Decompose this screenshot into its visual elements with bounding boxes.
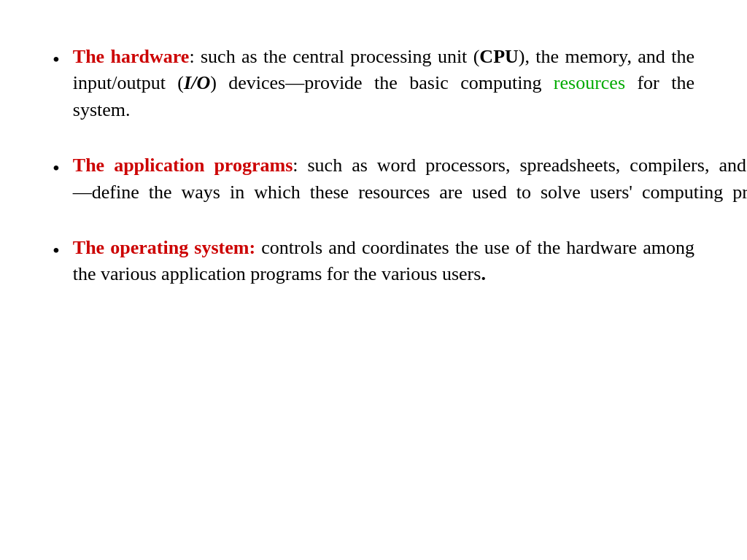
list-item-application: • The application programs: such as word… (53, 152, 694, 206)
application-label: The application programs (73, 155, 293, 176)
list-item-hardware: • The hardware: such as the central proc… (53, 44, 694, 123)
bullet-point-2: • (53, 154, 60, 182)
main-content: • The hardware: such as the central proc… (23, 0, 724, 346)
list-item-os: • The operating system: controls and coo… (53, 235, 694, 288)
item-text-application: The application programs: such as word p… (73, 152, 747, 206)
bullet-point-1: • (53, 45, 60, 74)
bullet-point-3: • (53, 236, 60, 265)
cpu-label: CPU (479, 46, 518, 67)
hardware-label: The hardware (73, 46, 190, 67)
item-text-hardware: The hardware: such as the central proces… (73, 44, 694, 123)
io-label: I/O (184, 72, 210, 93)
resources-label: resources (554, 72, 625, 93)
os-period: . (481, 263, 486, 284)
bullet-list: • The hardware: such as the central proc… (53, 44, 694, 288)
hardware-text-3: ) devices—provide the basic computing (210, 72, 554, 93)
hardware-colon: : such as the central processing unit ( (189, 46, 479, 67)
item-text-os: The operating system: controls and coord… (73, 235, 694, 288)
os-label: The operating system: (73, 237, 255, 258)
